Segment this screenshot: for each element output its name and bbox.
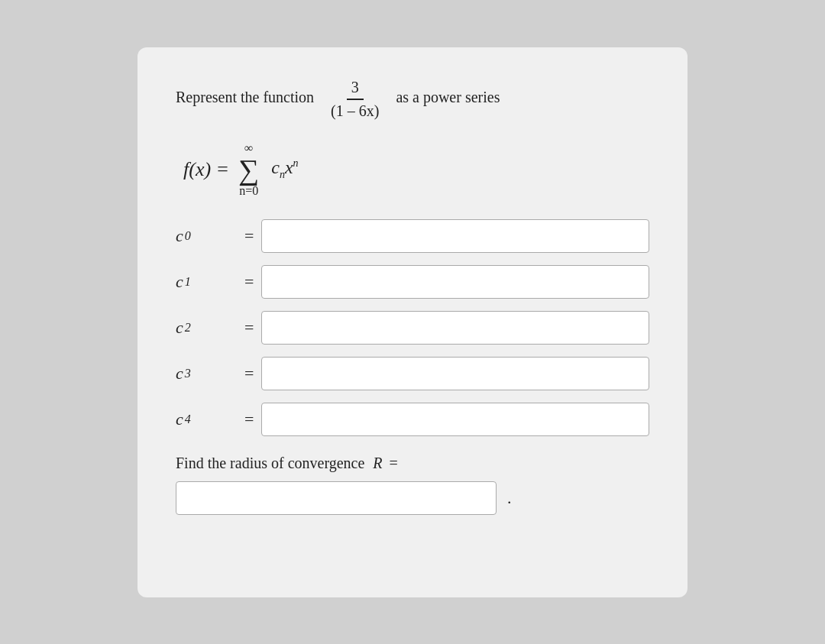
c0-row: c0 =	[176, 219, 649, 253]
sigma-block: ∞ ∑ n=0	[238, 141, 259, 198]
problem-card: Represent the function 3 (1 – 6x) as a p…	[138, 47, 688, 597]
convergence-label: Find the radius of convergence R =	[176, 455, 649, 472]
c2-equals: =	[244, 318, 254, 338]
c0-equals: =	[244, 226, 254, 246]
c2-input[interactable]	[261, 311, 649, 345]
sigma-bottom: n=0	[239, 184, 258, 198]
c3-equals: =	[244, 364, 254, 383]
c2-row: c2 =	[176, 311, 649, 345]
series-formula: f(x) = ∞ ∑ n=0 cnxn	[183, 141, 649, 198]
c3-row: c3 =	[176, 357, 649, 390]
c1-equals: =	[244, 272, 254, 292]
convergence-section: Find the radius of convergence R = .	[176, 455, 649, 515]
fx-label: f(x) =	[183, 158, 229, 181]
period-dot: .	[507, 488, 512, 508]
c2-label: c2	[176, 318, 237, 338]
c0-label: c0	[176, 226, 237, 246]
c3-input[interactable]	[261, 357, 649, 390]
represent-text: Represent the function	[176, 89, 314, 106]
fraction-denominator: (1 – 6x)	[326, 100, 383, 120]
convergence-text: Find the radius of convergence	[176, 455, 364, 471]
R-symbol: R	[373, 455, 382, 471]
convergence-input[interactable]	[176, 481, 497, 515]
series-terms: cnxn	[271, 157, 298, 181]
fraction-numerator: 3	[347, 78, 364, 100]
c1-input[interactable]	[261, 265, 649, 299]
power-series-text: as a power series	[396, 89, 500, 106]
c1-row: c1 =	[176, 265, 649, 299]
R-equals: =	[390, 455, 398, 471]
convergence-row: .	[176, 481, 649, 515]
sigma-top: ∞	[244, 141, 253, 155]
c0-input[interactable]	[261, 219, 649, 253]
sigma-symbol: ∑	[238, 155, 259, 184]
c4-row: c4 =	[176, 403, 649, 436]
c4-input[interactable]	[261, 403, 649, 436]
problem-statement: Represent the function 3 (1 – 6x) as a p…	[176, 78, 649, 120]
c4-label: c4	[176, 409, 237, 429]
fraction: 3 (1 – 6x)	[326, 78, 383, 120]
c4-equals: =	[244, 409, 254, 429]
c3-label: c3	[176, 364, 237, 383]
c1-label: c1	[176, 272, 237, 292]
